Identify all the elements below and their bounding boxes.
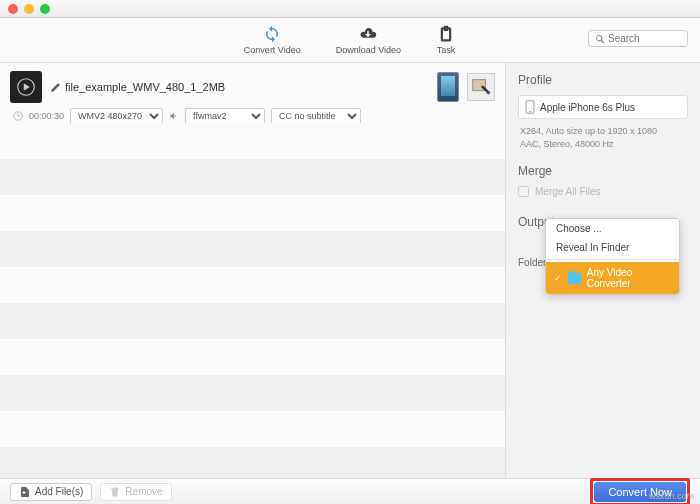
add-file-icon <box>19 486 31 498</box>
search-input[interactable] <box>608 33 678 44</box>
merge-title: Merge <box>518 164 688 178</box>
window-controls <box>8 4 50 14</box>
pencil-icon[interactable] <box>50 82 61 93</box>
clock-icon <box>13 111 23 121</box>
search-box[interactable] <box>588 30 688 47</box>
refresh-icon <box>262 25 282 43</box>
search-icon <box>595 34 605 44</box>
bottom-bar: Add File(s) Remove Convert Now <box>0 478 700 504</box>
svg-point-5 <box>529 111 531 113</box>
play-icon <box>17 78 35 96</box>
volume-icon <box>169 111 179 121</box>
file-list-panel: file_example_WMV_480_1_2MB 00:00:30 WMV2… <box>0 63 505 486</box>
toolbar: Convert Video Download Video Task <box>0 18 700 63</box>
cloud-download-icon <box>358 25 378 43</box>
titlebar <box>0 0 700 18</box>
duration-label: 00:00:30 <box>29 111 64 121</box>
remove-button: Remove <box>100 483 171 501</box>
file-name-label: file_example_WMV_480_1_2MB <box>65 81 225 93</box>
close-icon[interactable] <box>8 4 18 14</box>
subtitle-select[interactable]: CC no subtitle <box>271 108 361 124</box>
task-button[interactable]: Task <box>436 25 456 55</box>
format-select[interactable]: WMV2 480x270 <box>70 108 163 124</box>
device-preview-icon[interactable] <box>437 72 459 102</box>
download-video-button[interactable]: Download Video <box>336 25 401 55</box>
minimize-icon[interactable] <box>24 4 34 14</box>
profile-device-label: Apple iPhone 6s Plus <box>540 102 635 113</box>
clipboard-icon <box>436 25 456 43</box>
watermark: wsxdn.com <box>649 491 694 501</box>
trash-icon <box>109 486 121 498</box>
menu-separator <box>546 259 679 260</box>
menu-reveal-finder[interactable]: Reveal In Finder <box>546 238 679 257</box>
film-edit-icon <box>470 76 492 98</box>
profile-title: Profile <box>518 73 688 87</box>
menu-selected-folder[interactable]: ✓ Any Video Converter <box>546 262 679 294</box>
output-context-menu: Choose ... Reveal In Finder ✓ Any Video … <box>545 218 680 295</box>
menu-choose[interactable]: Choose ... <box>546 219 679 238</box>
zoom-icon[interactable] <box>40 4 50 14</box>
checkmark-icon: ✓ <box>554 273 562 283</box>
merge-all-checkbox[interactable]: Merge All Files <box>518 186 688 197</box>
add-files-button[interactable]: Add File(s) <box>10 483 92 501</box>
convert-video-button[interactable]: Convert Video <box>244 25 301 55</box>
edit-video-button[interactable] <box>467 73 495 101</box>
empty-list-area <box>0 123 505 486</box>
audio-select[interactable]: ffwmav2 <box>185 108 265 124</box>
profile-selector[interactable]: Apple iPhone 6s Plus <box>518 95 688 119</box>
video-thumbnail[interactable] <box>10 71 42 103</box>
svg-point-2 <box>487 91 491 95</box>
phone-icon <box>525 100 535 114</box>
profile-info: X264, Auto size up to 1920 x 1080 AAC, S… <box>520 125 688 150</box>
folder-icon <box>568 273 581 284</box>
